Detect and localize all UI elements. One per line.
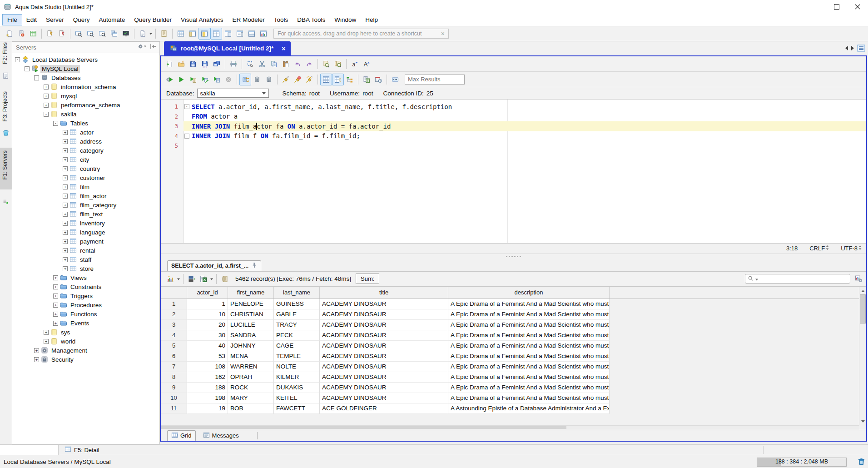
tree-item-language[interactable]: +language — [12, 228, 159, 237]
script-log-icon[interactable] — [219, 273, 231, 285]
cell-actor_id[interactable]: 198 — [187, 393, 228, 403]
expand-icon[interactable]: + — [63, 175, 68, 180]
scroll-down-icon[interactable] — [859, 418, 866, 426]
expand-icon[interactable]: + — [53, 284, 58, 289]
column-header-title[interactable]: title — [320, 287, 448, 299]
procedure-finder-icon[interactable] — [96, 28, 108, 40]
table-row[interactable]: 11PENELOPEGUINESSACADEMY DINOSAURA Epic … — [161, 299, 866, 309]
visualize-settings-icon[interactable] — [855, 275, 863, 283]
pivot-results-icon[interactable] — [332, 74, 344, 85]
expand-icon[interactable]: + — [63, 166, 68, 171]
menu-visual-analytics[interactable]: Visual Analytics — [176, 15, 228, 25]
tree-item-film_actor[interactable]: +film_actor — [12, 191, 159, 200]
tree-item-payment[interactable]: +payment — [12, 237, 159, 246]
expand-icon[interactable]: + — [63, 248, 68, 253]
pin-icon[interactable] — [252, 262, 257, 269]
tree-item-film[interactable]: +film — [12, 182, 159, 191]
expand-icon[interactable]: + — [44, 330, 49, 335]
execute-icon[interactable] — [164, 74, 175, 85]
gc-trash-icon[interactable] — [858, 458, 865, 466]
collapse-icon[interactable]: - — [25, 66, 30, 71]
find-icon[interactable] — [320, 58, 332, 70]
menu-window[interactable]: Window — [330, 15, 361, 25]
table-row[interactable]: 8162OPRAHKILMERACADEMY DINOSAURA Epic Dr… — [161, 372, 866, 383]
auto-commit-icon[interactable] — [239, 74, 251, 85]
tree-item-address[interactable]: +address — [12, 137, 159, 146]
expand-icon[interactable]: + — [44, 339, 49, 344]
file-document-menu-caret-icon[interactable] — [149, 28, 153, 39]
sql-editor[interactable]: 1-SELECT a.actor_id, a.first_name, a.las… — [161, 100, 866, 243]
cell-first_name[interactable]: BOB — [228, 403, 274, 414]
quick-access-bar[interactable]: For quick access, drag and drop here to … — [273, 29, 449, 39]
row-number-cell[interactable]: 8 — [161, 372, 187, 383]
menu-edit[interactable]: Edit — [22, 15, 41, 25]
menu-help[interactable]: Help — [361, 15, 382, 25]
layout-list-icon[interactable] — [234, 28, 246, 40]
table-row[interactable]: 430SANDRAPECKACADEMY DINOSAURA Epic Dram… — [161, 330, 866, 341]
expand-icon[interactable]: + — [63, 257, 68, 262]
cut-icon[interactable] — [256, 58, 268, 70]
cell-title[interactable]: ACADEMY DINOSAUR — [320, 330, 448, 341]
tree-item-rental[interactable]: +rental — [12, 246, 159, 255]
column-header-rownum[interactable] — [161, 287, 187, 299]
table-row[interactable]: 653MENATEMPLEACADEMY DINOSAURA Epic Dram… — [161, 351, 866, 362]
encoding-select[interactable]: UTF-8 — [841, 245, 862, 252]
commit-icon[interactable] — [251, 74, 263, 85]
cell-description[interactable]: A Epic Drama of a Feminist And a Mad Sci… — [448, 393, 610, 403]
row-number-cell[interactable]: 9 — [161, 383, 187, 393]
reconnect-icon[interactable] — [303, 74, 315, 85]
row-number-cell[interactable]: 1 — [161, 299, 187, 309]
disconnect-icon[interactable] — [292, 74, 303, 85]
collapse-icon[interactable]: - — [44, 112, 49, 117]
tree-item-film_category[interactable]: +film_category — [12, 200, 159, 209]
tab-servers[interactable]: F1: Servers — [2, 150, 8, 180]
cell-first_name[interactable]: OPRAH — [228, 372, 274, 383]
view-finder-icon[interactable] — [84, 28, 96, 40]
expand-icon[interactable]: + — [63, 148, 68, 153]
menu-dba-tools[interactable]: DBA Tools — [293, 15, 330, 25]
cell-last_name[interactable]: TEMPLE — [274, 351, 320, 362]
table-row[interactable]: 540JOHNNYCAGEACADEMY DINOSAURA Epic Dram… — [161, 341, 866, 351]
layout-chart-icon[interactable] — [258, 28, 269, 40]
row-number-cell[interactable]: 2 — [161, 309, 187, 320]
tree-item-local-database-servers[interactable]: -Local Database Servers — [12, 55, 159, 64]
save-as-icon[interactable] — [199, 58, 211, 70]
cell-last_name[interactable]: DUKAKIS — [274, 383, 320, 393]
cell-title[interactable]: ACADEMY DINOSAUR — [320, 299, 448, 309]
fold-gutter[interactable]: - — [184, 131, 190, 141]
cell-first_name[interactable]: CHRISTIAN — [228, 309, 274, 320]
minimize-button[interactable] — [805, 0, 826, 14]
connect-icon[interactable] — [280, 74, 292, 85]
grid-horizontal-scrollbar[interactable] — [161, 425, 859, 430]
cell-first_name[interactable]: ROCK — [228, 383, 274, 393]
font-bigger-icon[interactable]: A — [361, 58, 372, 70]
query-analyzer-icon[interactable] — [44, 28, 56, 40]
database-select[interactable]: sakila — [197, 89, 269, 98]
schema-browser-icon[interactable] — [27, 28, 39, 40]
cell-first_name[interactable]: MARY — [228, 393, 274, 403]
cell-last_name[interactable]: KILMER — [274, 372, 320, 383]
cell-title[interactable]: ACADEMY DINOSAUR — [320, 393, 448, 403]
expand-icon[interactable]: + — [63, 212, 68, 217]
collapse-icon[interactable]: - — [53, 121, 58, 126]
cell-actor_id[interactable]: 19 — [187, 403, 228, 414]
table-finder-icon[interactable] — [73, 28, 84, 40]
collapse-icon[interactable]: - — [15, 57, 20, 62]
cell-description[interactable]: A Epic Drama of a Feminist And a Mad Sci… — [448, 320, 610, 330]
panel-settings-gear-icon[interactable] — [138, 43, 147, 51]
expand-icon[interactable]: + — [44, 103, 49, 108]
query-tab[interactable]: root@MySQL Local [Untitled 2]* × — [164, 41, 291, 55]
editor-results-splitter[interactable] — [161, 254, 866, 259]
tree-item-triggers[interactable]: +Triggers — [12, 291, 159, 300]
cell-title[interactable]: ACADEMY DINOSAUR — [320, 351, 448, 362]
tree-item-actor[interactable]: +actor — [12, 128, 159, 137]
tree-item-category[interactable]: +category — [12, 146, 159, 155]
tree-item-film_text[interactable]: +film_text — [12, 209, 159, 219]
undo-icon[interactable] — [292, 58, 303, 70]
tab-projects[interactable]: F3: Projects — [2, 91, 8, 122]
scroll-up-icon[interactable] — [859, 287, 866, 294]
schedule-script-icon[interactable] — [372, 74, 384, 85]
tree-item-sakila[interactable]: -sakila — [12, 110, 159, 119]
cell-last_name[interactable]: KEITEL — [274, 393, 320, 403]
tree-item-tables[interactable]: -Tables — [12, 119, 159, 128]
